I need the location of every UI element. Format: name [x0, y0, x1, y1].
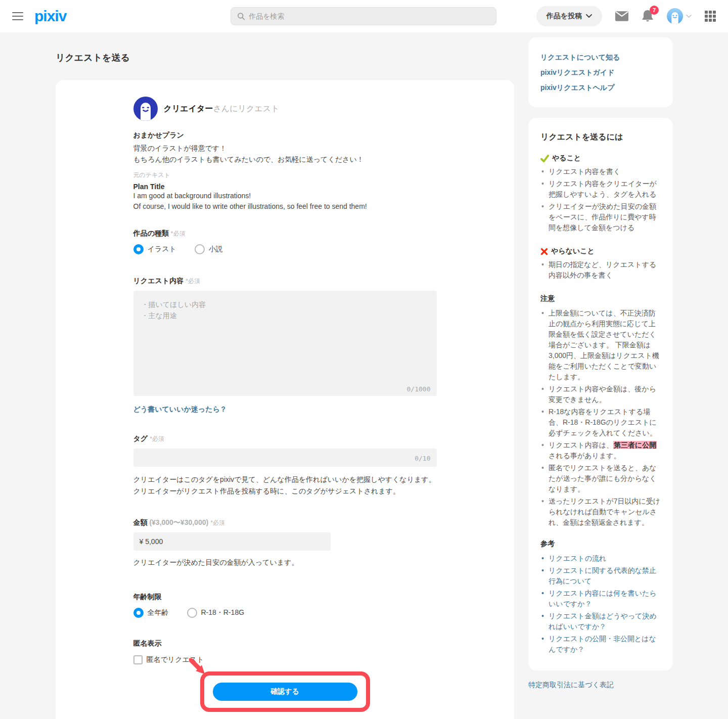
global-header: pixiv 作品を投稿 7	[0, 0, 728, 32]
amount-help: クリエイターが決めた目安の金額が入っています。	[133, 557, 437, 568]
request-content-section: リクエスト内容*必須 0/1000 どう書いていいか迷ったら？	[133, 277, 437, 414]
original-description-line: I am good at background illustrations!	[133, 191, 437, 201]
sidebar-link-request-help[interactable]: pixivリクエストヘルプ	[540, 80, 661, 95]
creator-avatar[interactable]	[133, 97, 158, 121]
original-text-label: 元のテキスト	[133, 171, 437, 179]
radio-novel[interactable]: 小説	[195, 244, 223, 254]
guide-title: リクエストを送るには	[540, 132, 661, 143]
original-description-line: Of course, I would like to write other i…	[133, 201, 437, 212]
request-guide-card: リクエストを送るには やること リクエスト内容を書く リクエスト内容をクリエイタ…	[528, 118, 673, 670]
list-item: 期日の指定など、リクエストする内容以外の事を書く	[540, 259, 661, 281]
radio-illustration[interactable]: イラスト	[133, 244, 176, 254]
reference-link-visibility[interactable]: リクエストの公開・非公開とはなんですか？	[549, 635, 656, 653]
notifications-button[interactable]: 7	[642, 10, 654, 23]
list-item: リクエスト内容をクリエイターが把握しやすいよう、タグを入れる	[540, 178, 661, 200]
chevron-down-icon	[686, 15, 692, 18]
amount-range: (¥3,000〜¥30,000)	[149, 518, 208, 526]
mail-icon	[615, 11, 628, 21]
required-badge: *必須	[150, 435, 164, 442]
apps-grid-icon[interactable]	[705, 11, 716, 22]
plan-section: おまかせプラン 背景のイラストが得意です！ もちろん他のイラストも書いてみたいの…	[133, 131, 437, 212]
plan-title: おまかせプラン	[133, 131, 437, 140]
annotation-arrow-icon	[189, 658, 206, 676]
reference-list: リクエストの流れ リクエストに関する代表的な禁止行為について リクエスト内容には…	[540, 553, 661, 655]
messages-button[interactable]	[615, 11, 628, 21]
plan-description-line: もちろん他のイラストも書いてみたいので、お気軽に送ってください！	[133, 154, 437, 165]
list-item: リクエストの公開・非公開とはなんですか？	[540, 634, 661, 655]
sidebar-link-about-request[interactable]: リクエストについて知る	[540, 50, 661, 65]
radio-all-ages-label: 全年齢	[148, 608, 169, 617]
plan-description-line: 背景のイラストが得意です！	[133, 143, 437, 154]
radio-selected-icon	[133, 608, 144, 618]
dont-heading: やらないこと	[540, 247, 661, 256]
radio-r18[interactable]: R-18・R-18G	[187, 608, 245, 618]
cross-icon	[540, 248, 548, 255]
confirm-button[interactable]: 確認する	[213, 683, 357, 701]
tags-counter: 0/10	[415, 455, 430, 462]
required-badge: *必須	[210, 519, 225, 526]
sidebar: リクエストについて知る pixivリクエストガイド pixivリクエストヘルプ …	[528, 32, 673, 690]
amount-input[interactable]	[133, 532, 331, 551]
radio-unselected-icon	[195, 244, 205, 254]
reference-heading: 参考	[540, 540, 661, 549]
highlight-third-party: 第三者に公開	[613, 441, 657, 449]
reference-link-what-to-write[interactable]: リクエスト内容には何を書いたらいいですか？	[549, 589, 657, 608]
sidebar-link-request-guide[interactable]: pixivリクエストガイド	[540, 65, 661, 80]
list-item: 上限金額については、不正決済防止の観点から利用実態に応じて上限金額を低く設定させ…	[540, 308, 661, 382]
reference-link-prohibited[interactable]: リクエストに関する代表的な禁止行為について	[549, 566, 656, 585]
work-type-label: 作品の種類*必須	[133, 229, 437, 238]
hamburger-menu-icon[interactable]	[12, 12, 23, 20]
writing-help-link[interactable]: どう書いていいか迷ったら？	[133, 405, 227, 414]
search-bar[interactable]	[231, 7, 496, 25]
post-work-button[interactable]: 作品を投稿	[536, 6, 602, 26]
list-item: 匿名でリクエストを送ると、あなたが送った事が誰にも分からなくなります。	[540, 463, 661, 495]
commercial-transactions-link[interactable]: 特定商取引法に基づく表記	[528, 681, 614, 690]
do-heading: やること	[540, 154, 661, 163]
radio-r18-label: R-18・R-18G	[201, 608, 245, 617]
request-recipient: クリエイターさんにリクエスト	[164, 104, 280, 114]
tags-help-line: クリエイターはこのタグをpixivで見て、どんな作品を作ればいいかを把握しやすく…	[133, 474, 437, 485]
age-limit-section: 年齢制限 全年齢 R-18・R-18G	[133, 593, 437, 618]
original-plan-title: Plan Title	[133, 183, 437, 191]
post-work-label: 作品を投稿	[547, 12, 582, 21]
list-item: クリエイターが決めた目安の金額をベースに、作品作りに費やす時間を想像して金額をつ…	[540, 201, 661, 233]
list-item: リクエスト内容は、第三者に公開される事があります。	[540, 440, 661, 461]
radio-all-ages[interactable]: 全年齢	[133, 608, 169, 618]
caution-list: 上限金額については、不正決済防止の観点から利用実態に応じて上限金額を低く設定させ…	[540, 308, 661, 528]
request-links-card: リクエストについて知る pixivリクエストガイド pixivリクエストヘルプ	[528, 37, 673, 107]
anonymous-section: 匿名表示 匿名でリクエスト	[133, 639, 437, 664]
content-char-counter: 0/1000	[407, 385, 431, 393]
list-item: R-18な内容をリクエストする場合、R-18・R-18Gのリクエストに必ずチェッ…	[540, 407, 661, 438]
list-item: リクエストに関する代表的な禁止行為について	[540, 565, 661, 587]
tags-help-line: クリエイターがリクエスト作品を投稿する時に、このタグがサジェストされます。	[133, 485, 437, 497]
reference-link-flow[interactable]: リクエストの流れ	[549, 554, 606, 562]
page-title: リクエストを送る	[56, 32, 514, 80]
confirm-area: 確認する	[133, 671, 437, 712]
required-badge: *必須	[171, 230, 186, 237]
creator-name[interactable]: クリエイター	[164, 104, 213, 113]
search-icon	[237, 12, 245, 20]
tags-input[interactable]	[133, 448, 437, 467]
list-item: リクエスト金額はどうやって決めればいいですか？	[540, 611, 661, 632]
age-limit-label: 年齢制限	[133, 593, 437, 602]
list-item: リクエスト内容や金額は、後から変更できません。	[540, 384, 661, 405]
do-list: リクエスト内容を書く リクエスト内容をクリエイターが把握しやすいよう、タグを入れ…	[540, 166, 661, 233]
dont-list: 期日の指定など、リクエストする内容以外の事を書く	[540, 259, 661, 281]
request-form-card: クリエイターさんにリクエスト おまかせプラン 背景のイラストが得意です！ もちろ…	[56, 80, 514, 719]
radio-illustration-label: イラスト	[148, 245, 176, 254]
list-item: 送ったリクエストが7日以内に受けられなければ自動でキャンセルされ、金額は全額返金…	[540, 496, 661, 528]
request-content-textarea[interactable]	[133, 291, 437, 396]
list-item: リクエストの流れ	[540, 553, 661, 564]
caution-heading: 注意	[540, 294, 661, 303]
anonymous-label: 匿名表示	[133, 639, 437, 648]
search-input[interactable]	[249, 12, 490, 20]
account-menu-button[interactable]	[667, 8, 692, 24]
reference-link-pricing[interactable]: リクエスト金額はどうやって決めればいいですか？	[549, 612, 657, 631]
list-item: リクエスト内容を書く	[540, 166, 661, 177]
annotation-highlight-box: 確認する	[200, 671, 370, 712]
notification-badge: 7	[650, 6, 659, 15]
tags-section: タグ*必須 0/10 クリエイターはこのタグをpixivで見て、どんな作品を作れ…	[133, 434, 437, 497]
checkbox-unchecked-icon[interactable]	[133, 655, 143, 664]
anonymous-checkbox-row[interactable]: 匿名でリクエスト	[133, 655, 437, 664]
pixiv-logo[interactable]: pixiv	[34, 9, 66, 24]
